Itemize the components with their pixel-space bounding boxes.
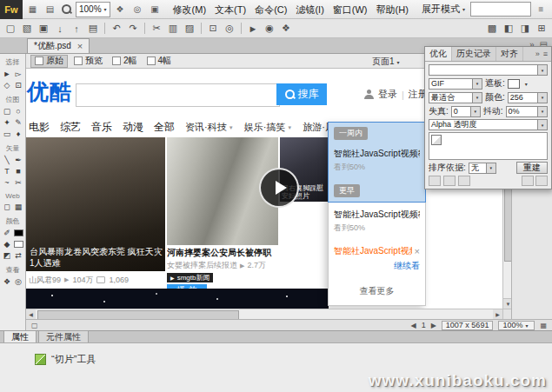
swap-colors-icon[interactable]: ⇄	[13, 249, 24, 261]
palette-dropdown[interactable]: 最适合▾	[429, 92, 482, 103]
find-icon[interactable]: ◎	[222, 21, 237, 36]
close-icon[interactable]: ×	[415, 246, 420, 256]
transparency-dropdown[interactable]: Alpha 透明度▾	[429, 119, 548, 130]
nav-item-anime[interactable]: 动漫	[123, 120, 143, 135]
tab-align[interactable]: 对齐	[496, 47, 523, 61]
new-document-icon[interactable]: ▢	[3, 21, 18, 36]
loss-dropdown[interactable]: 0▾	[451, 106, 481, 117]
youku-search-button[interactable]: 搜库	[276, 83, 327, 105]
tab-history[interactable]: 历史记录	[452, 47, 496, 61]
colors-dropdown[interactable]: 256▾	[508, 92, 548, 103]
menu-modify[interactable]: 修改(M)	[169, 0, 211, 19]
tab-properties[interactable]: 属性	[3, 330, 37, 342]
history-item-title[interactable]: 智能社JavaScript视频教程——11 - BO…	[334, 209, 420, 221]
magic-wand-tool-icon[interactable]: ✦	[2, 116, 13, 128]
tile-windows-icon[interactable]: ⊞	[534, 21, 549, 36]
pen-tool-icon[interactable]: ✒	[13, 154, 24, 165]
video-card[interactable]: 台风暴雨龙卷风突袭东莞 疯狂天灾1人遇难 山风君99 ▶ 104万 1,069	[26, 137, 165, 289]
default-colors-icon[interactable]: ◩	[2, 249, 13, 261]
zoom-level-dropdown[interactable]: 100% ▾	[76, 2, 110, 17]
copy-icon[interactable]: ▥	[165, 21, 181, 36]
cut-icon[interactable]: ✂	[149, 21, 164, 36]
preview-transparency-icon[interactable]	[522, 176, 534, 186]
rectangle-tool-icon[interactable]: ■	[13, 165, 24, 176]
menu-window[interactable]: 窗口(W)	[329, 0, 372, 19]
hotspot-tool-icon[interactable]: ◻	[2, 201, 13, 212]
pointer-icon[interactable]: ►	[245, 21, 261, 36]
panel-menu-icon[interactable]: ≡	[543, 50, 548, 58]
text-tool-icon[interactable]: T	[2, 165, 13, 176]
guides-icon[interactable]: ◧	[501, 21, 516, 36]
zoom-tool-icon[interactable]: ◎	[130, 3, 145, 17]
preset-dropdown[interactable]: ▾	[429, 64, 548, 76]
redo-icon[interactable]: ↷	[125, 21, 141, 36]
print-icon[interactable]: ▤	[85, 21, 101, 36]
freeform-tool-icon[interactable]: ~	[2, 176, 13, 188]
hand-icon[interactable]: ❖	[278, 21, 294, 36]
knife-tool-icon[interactable]: ✂	[13, 176, 24, 188]
login-link[interactable]: 登录	[378, 88, 397, 101]
paint-bucket-tool-icon[interactable]: ◆	[2, 238, 13, 249]
menu-filters[interactable]: 滤镜(I)	[291, 0, 328, 19]
remove-transparency-icon[interactable]	[458, 176, 470, 186]
eraser-tool-icon[interactable]: ▭	[2, 128, 13, 139]
player-play-button[interactable]	[259, 168, 299, 208]
page-preview-icon[interactable]: ▦	[540, 322, 547, 329]
subselection-tool-icon[interactable]: ▻	[13, 68, 24, 79]
transparency-swatch[interactable]	[431, 135, 442, 145]
tab-symbol-properties[interactable]: 元件属性	[38, 330, 89, 342]
format-dropdown[interactable]: GIF▾	[429, 78, 482, 90]
extensions-icon[interactable]: ▤	[43, 3, 57, 17]
matte-color-swatch[interactable]	[508, 79, 520, 89]
continue-watching-link[interactable]: 继续看	[334, 260, 420, 272]
brush-tool-icon[interactable]: ✎	[13, 116, 24, 128]
previous-frame-icon[interactable]: ◀	[411, 322, 416, 329]
menu-commands[interactable]: 命令(C)	[250, 0, 291, 19]
pointer-tool-icon[interactable]: ►	[2, 68, 13, 79]
grid-icon[interactable]: ▩	[484, 21, 500, 36]
crop-icon[interactable]: ⊡	[205, 21, 221, 36]
slice-selection-overlay[interactable]: 一周内 智能社JavaScript视频教程 看到50% 更早	[328, 122, 426, 203]
stamp-tool-icon[interactable]: ♦	[13, 128, 24, 139]
scale-tool-icon[interactable]: ◇	[2, 79, 13, 90]
scroll-left-icon[interactable]: ◀	[26, 309, 36, 319]
screen-mode-icon[interactable]: ▣	[148, 3, 163, 17]
youku-search-input[interactable]	[76, 83, 280, 107]
scroll-right-icon[interactable]: ▶	[493, 309, 502, 319]
panel-collapse-icon[interactable]: »	[535, 50, 540, 58]
paste-icon[interactable]: ▨	[182, 21, 197, 36]
hand-tool-icon[interactable]: ❖	[113, 3, 128, 17]
history-item-title[interactable]: 智能社JavaScript视频教程	[334, 148, 420, 160]
nav-item-music[interactable]: 音乐	[91, 120, 112, 135]
zoom-icon[interactable]: ◉	[262, 21, 277, 36]
view-mode-preview[interactable]: 预览	[70, 55, 106, 68]
eyedropper-tool-icon[interactable]: ✐	[2, 227, 13, 238]
slice-tool-icon[interactable]: ▦	[13, 201, 24, 212]
color-table[interactable]	[429, 132, 548, 160]
menu-text[interactable]: 文本(T)	[210, 0, 250, 19]
nav-item-movie[interactable]: 电影	[29, 120, 50, 135]
close-tab-icon[interactable]: ×	[77, 42, 83, 50]
rebuild-button[interactable]: 重建	[516, 162, 548, 174]
history-item-title[interactable]: 智能社JavaScript视频教程——10 - BO…	[334, 245, 412, 257]
video-thumbnail[interactable]: 台风暴雨龙卷风突袭东莞 疯狂天灾1人遇难	[26, 137, 165, 271]
menu-help[interactable]: 帮助(H)	[372, 0, 413, 19]
sort-dropdown[interactable]: 无▾	[469, 163, 496, 174]
fireworks-logo[interactable]: Fw	[0, 0, 23, 19]
export-icon[interactable]: ↑	[69, 21, 84, 36]
video-title[interactable]: 河南摔婴案公安局长被停职	[167, 247, 278, 259]
open-icon[interactable]: ▧	[19, 21, 35, 36]
line-tool-icon[interactable]: ╲	[2, 154, 13, 165]
view-mode-original[interactable]: 原始	[30, 55, 68, 68]
view-mode-4up[interactable]: 4幅	[143, 55, 176, 68]
horizontal-scrollbar[interactable]: ◀ ▶	[26, 309, 502, 319]
add-transparency-icon[interactable]	[443, 176, 456, 186]
import-icon[interactable]: ↓	[52, 21, 68, 36]
nav-item-variety[interactable]: 综艺	[60, 120, 81, 135]
menu-icon[interactable]: ≡	[534, 3, 549, 17]
nav-dropdown-entertainment[interactable]: 娱乐·搞笑 ▼	[244, 121, 293, 134]
zoom-view-tool-icon[interactable]: ◎	[13, 276, 24, 287]
nav-dropdown-news-tech[interactable]: 资讯·科技 ▼	[185, 121, 234, 134]
history-item[interactable]: 智能社JavaScript视频教程——10 - BO… ×	[334, 245, 420, 257]
save-icon[interactable]: ▣	[36, 21, 51, 36]
